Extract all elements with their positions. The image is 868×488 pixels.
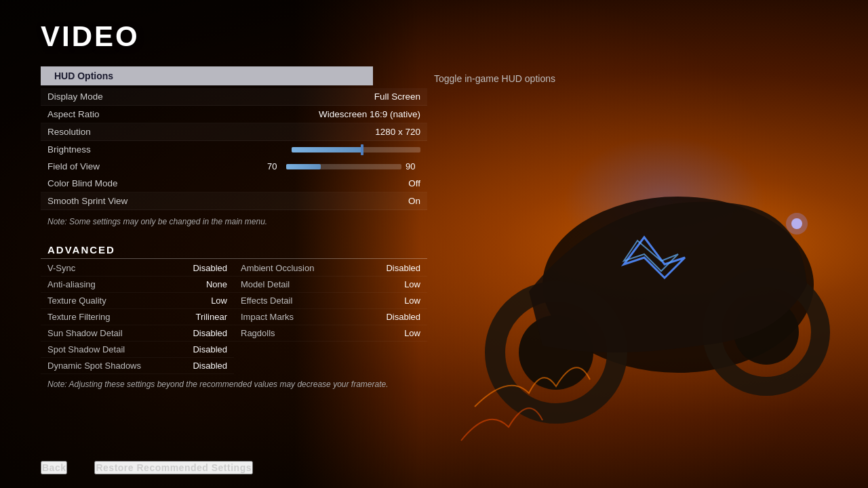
dynamic-spot-label: Dynamic Spot Shadows: [47, 361, 141, 371]
hud-options-tab[interactable]: HUD Options: [41, 66, 373, 85]
dynamic-spot-row[interactable]: Dynamic Spot Shadows Disabled: [41, 358, 234, 374]
brightness-thumb: [361, 144, 363, 155]
smooth-sprint-row[interactable]: Smooth Sprint View On: [41, 192, 427, 210]
advanced-columns: V-Sync Disabled Anti-aliasing None Textu…: [41, 260, 427, 374]
smooth-sprint-value: On: [408, 196, 420, 206]
note1: Note: Some settings may only be changed …: [41, 210, 427, 237]
aspect-ratio-label: Aspect Ratio: [47, 109, 100, 119]
display-mode-label: Display Mode: [47, 92, 103, 102]
ragdolls-label: Ragdolls: [241, 328, 275, 338]
smooth-sprint-label: Smooth Sprint View: [47, 196, 127, 206]
vsync-label: V-Sync: [47, 263, 75, 273]
brightness-track: [292, 147, 420, 152]
impact-marks-row[interactable]: Impact Marks Disabled: [234, 309, 427, 325]
ambient-occlusion-row[interactable]: Ambient Occlusion Disabled: [234, 260, 427, 277]
effects-detail-value: Low: [404, 296, 420, 306]
vsync-value: Disabled: [193, 263, 227, 273]
aspect-ratio-value: Widescreen 16:9 (native): [319, 109, 420, 119]
texture-quality-label: Texture Quality: [47, 296, 106, 306]
texture-quality-value: Low: [211, 296, 227, 306]
resolution-label: Resolution: [47, 127, 91, 137]
sun-shadow-label: Sun Shadow Detail: [47, 328, 123, 338]
advanced-title: ADVANCED: [41, 240, 427, 259]
dynamic-spot-value: Disabled: [193, 361, 227, 371]
fov-fill: [286, 164, 321, 169]
spot-shadow-row[interactable]: Spot Shadow Detail Disabled: [41, 342, 234, 358]
sun-shadow-row[interactable]: Sun Shadow Detail Disabled: [41, 325, 234, 342]
advanced-right-col: Ambient Occlusion Disabled Model Detail …: [234, 260, 427, 374]
antialiasing-label: Anti-aliasing: [47, 279, 96, 289]
fov-row[interactable]: Field of View 70 90: [41, 158, 427, 175]
ambient-occlusion-label: Ambient Occlusion: [241, 263, 314, 273]
resolution-value: 868 x 488: [375, 127, 420, 137]
brightness-label: Brightness: [47, 144, 91, 155]
impact-marks-value: Disabled: [386, 312, 420, 322]
texture-quality-row[interactable]: Texture Quality Low: [41, 293, 234, 309]
note2: Note: Adjusting these settings beyond th…: [41, 374, 427, 394]
aspect-ratio-row[interactable]: Aspect Ratio Widescreen 16:9 (native): [41, 106, 427, 123]
advanced-section: ADVANCED V-Sync Disabled Anti-aliasing N…: [41, 240, 427, 374]
model-detail-row[interactable]: Model Detail Low: [234, 277, 427, 293]
vsync-row[interactable]: V-Sync Disabled: [41, 260, 234, 277]
hud-description: Toggle in-game HUD options: [434, 73, 555, 84]
effects-detail-label: Effects Detail: [241, 296, 292, 306]
fov-label: Field of View: [47, 161, 100, 171]
ragdolls-row[interactable]: Ragdolls Low: [234, 325, 427, 342]
antialiasing-value: None: [206, 279, 227, 289]
color-blind-label: Color Blind Mode: [47, 178, 118, 188]
model-detail-label: Model Detail: [241, 279, 290, 289]
ambient-occlusion-value: Disabled: [386, 263, 420, 273]
model-detail-value: Low: [404, 279, 420, 289]
back-button[interactable]: Back: [41, 461, 67, 474]
settings-panel: Display Mode Full Screen Aspect Ratio Wi…: [41, 88, 427, 394]
color-blind-value: Off: [408, 178, 420, 188]
display-mode-row[interactable]: Display Mode Full Screen: [41, 88, 427, 106]
advanced-left-col: V-Sync Disabled Anti-aliasing None Textu…: [41, 260, 234, 374]
resolution-row[interactable]: Resolution 868 x 488: [41, 123, 427, 141]
texture-filtering-label: Texture Filtering: [47, 312, 110, 322]
spot-shadow-value: Disabled: [193, 344, 227, 354]
display-mode-value: Full Screen: [374, 92, 420, 102]
antialiasing-row[interactable]: Anti-aliasing None: [41, 277, 234, 293]
texture-filtering-row[interactable]: Texture Filtering Trilinear: [41, 309, 234, 325]
fov-slider[interactable]: 70 90: [267, 161, 420, 171]
impact-marks-label: Impact Marks: [241, 312, 294, 322]
fov-track: [286, 164, 401, 169]
page-title: VIDEO: [41, 20, 827, 53]
color-blind-row[interactable]: Color Blind Mode Off: [41, 175, 427, 192]
fov-max: 90: [406, 161, 420, 171]
ragdolls-value: Low: [404, 328, 420, 338]
fov-min: 70: [267, 161, 282, 171]
bottom-bar: Back Restore Recommended Settings: [41, 461, 253, 474]
texture-filtering-value: Trilinear: [196, 312, 227, 322]
effects-detail-row[interactable]: Effects Detail Low: [234, 293, 427, 309]
sun-shadow-value: Disabled: [193, 328, 227, 338]
restore-recommended-button[interactable]: Restore Recommended Settings: [94, 461, 253, 474]
brightness-row[interactable]: Brightness: [41, 141, 427, 158]
main-content: VIDEO HUD Options Toggle in-game HUD opt…: [0, 0, 868, 415]
brightness-fill: [292, 147, 363, 152]
brightness-slider[interactable]: [292, 147, 420, 152]
spot-shadow-label: Spot Shadow Detail: [47, 344, 125, 354]
